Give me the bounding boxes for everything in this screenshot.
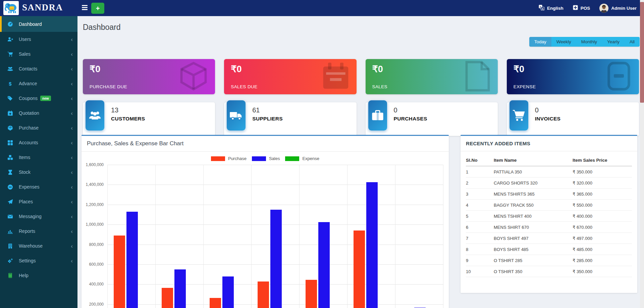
sidebar-item-advance[interactable]: $Advance‹ [0,76,77,91]
pos-menu[interactable]: POS [573,5,590,11]
sidebar-item-sales[interactable]: Sales‹ [0,47,77,61]
y-axis-tick-label: 1,000,000 [83,222,104,227]
chevron-left-icon: ‹ [71,214,73,219]
count-label: INVOICES [535,116,639,122]
dashboard-icon [7,21,15,27]
filter-button-monthly[interactable]: Monthly [576,37,602,47]
sidebar-item-warehouse[interactable]: Warehouse‹ [0,239,77,253]
sidebar-item-label: Settings [19,258,36,263]
page-scrollbar[interactable] [640,0,644,308]
filter-button-today[interactable]: Today [529,37,551,47]
sidebar: DashboardUsers‹Sales‹Contacts‹$Advance‹C… [0,16,77,308]
cell-slno: 2 [466,181,494,186]
sidebar-item-reports[interactable]: Reports‹ [0,224,77,239]
legend-swatch-icon [285,156,299,161]
sidebar-item-users[interactable]: Users‹ [0,32,77,47]
legend-item-sales: Sales [252,156,280,161]
gridline [203,165,204,308]
sidebar-item-quotation[interactable]: Quotation‹ [0,106,77,120]
elephant-logo-icon [4,1,18,15]
y-axis-tick-label: 1,200,000 [83,202,104,207]
summary-card-sales-due: ₹0SALES DUE [224,59,356,94]
cell-item-name: BAGGY TRACK 550 [494,203,573,208]
sidebar-item-label: Messaging [19,214,42,219]
sidebar-item-label: Quotation [19,110,39,116]
sidebar-item-purchase[interactable]: Purchase‹ [0,120,77,135]
summary-label: SALES DUE [231,84,257,89]
dollar-icon: $ [7,81,15,87]
scrollbar-thumb[interactable] [640,2,644,103]
sidebar-item-label: Places [19,199,33,204]
legend-label: Sales [269,156,280,161]
cell-item-price: ₹ 350.000 [573,269,632,274]
quick-add-button[interactable]: + [91,3,104,14]
sidebar-item-help[interactable]: Help [0,268,77,283]
bar-purchase [306,280,317,308]
bar-purchase [162,288,173,308]
gridline [107,185,443,185]
sidebar-item-settings[interactable]: Settings‹ [0,253,77,268]
user-name-label: Admin User [611,6,637,11]
sidebar-item-coupons[interactable]: Couponsnew‹ [0,91,77,106]
sidebar-item-contacts[interactable]: Contacts‹ [0,61,77,76]
chevron-left-icon: ‹ [71,258,73,264]
chevron-left-icon: ‹ [71,81,73,87]
table-row: 7BOYS SHIRT 497₹ 497.000 [466,233,632,244]
chevron-left-icon: ‹ [71,169,73,175]
chevron-left-icon: ‹ [71,125,73,131]
group-icon [86,100,104,131]
sidebar-item-label: Items [19,155,30,160]
bar-sales [222,276,234,308]
chevron-left-icon: ‹ [71,199,73,205]
brand-logo[interactable] [3,1,19,15]
count-label: CUSTOMERS [111,116,215,122]
chevron-left-icon: ‹ [71,243,73,249]
sidebar-item-accounts[interactable]: Accounts‹ [0,135,77,150]
gridline [155,165,156,308]
app-header: SANDRA + a A English POS [0,0,644,16]
cell-slno: 6 [466,225,494,230]
sidebar-item-label: Warehouse [19,243,43,249]
new-badge: new [40,96,51,101]
header-right: a A English POS [539,0,637,16]
sidebar-item-expenses[interactable]: Expenses‹ [0,179,77,194]
cell-item-name: PATTIALA 350 [494,169,573,174]
table-row: 2CARGO SHORTS 320₹ 320.000 [466,177,632,189]
truck-icon [227,100,246,131]
tags-icon [7,96,15,101]
user-avatar [599,4,608,13]
minus-circle-icon [7,184,15,190]
book-icon [7,273,15,278]
column-header-slno: Sl.No [466,158,494,163]
recent-items-table: Sl.No Item Name Item Sales Price 1PATTIA… [461,151,637,277]
building-icon [7,243,15,249]
language-menu[interactable]: a A English [539,5,564,11]
sidebar-item-dashboard[interactable]: Dashboard [0,16,77,32]
file-big-icon [463,60,492,94]
calendar-big-icon [320,61,351,93]
main-content: Dashboard TodayWeeklyMonthlyYearlyAll ₹0… [77,16,644,308]
filter-button-all[interactable]: All [625,37,640,47]
sidebar-item-items[interactable]: Items‹ [0,150,77,165]
cell-item-price: ₹ 365.000 [573,192,632,197]
sidebar-toggle-hamburger-icon[interactable] [82,5,89,11]
gridline [347,165,347,308]
cell-item-price: ₹ 497.000 [573,236,632,241]
user-menu[interactable]: Admin User [599,4,637,13]
filter-button-yearly[interactable]: Yearly [602,37,625,47]
wallet-big-icon [604,60,634,94]
table-row: 6MENS SHIRT 670₹ 670.000 [466,222,632,233]
cell-item-name: MENS TSHIRT 400 [494,214,573,219]
sidebar-item-label: Advance [19,81,37,86]
sidebar-item-messaging[interactable]: Messaging‹ [0,209,77,224]
count-value: 61 [252,106,356,114]
sidebar-item-places[interactable]: Places‹ [0,194,77,209]
sidebar-item-label: Expenses [19,184,39,190]
count-value: 0 [535,106,639,114]
filter-button-weekly[interactable]: Weekly [551,37,576,47]
cell-item-price: ₹ 485.000 [573,247,632,252]
sidebar-item-label: Purchase [19,125,39,131]
sidebar-item-stock[interactable]: Stock‹ [0,165,77,179]
bar-sales [126,212,138,308]
chevron-left-icon: ‹ [71,66,73,72]
